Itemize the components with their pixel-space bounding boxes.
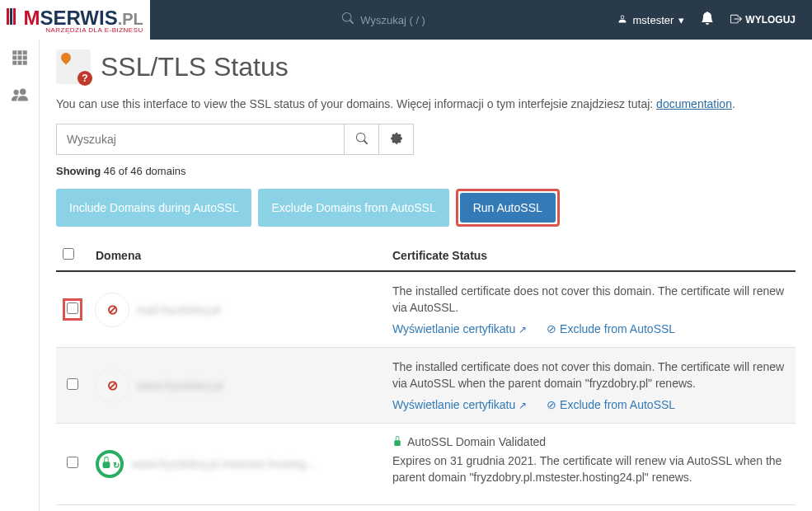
search-icon <box>342 12 354 27</box>
view-certificate-link[interactable]: Wyświetlanie certyfikatu ↗ <box>392 322 527 335</box>
left-sidebar <box>0 40 40 511</box>
row-checkbox[interactable] <box>67 378 78 390</box>
action-buttons: Include Domains during AutoSSL Exclude D… <box>56 189 796 227</box>
users-icon[interactable] <box>12 87 28 107</box>
domain-name[interactable]: mail.fryzdobry.pl <box>137 303 220 316</box>
row-checkbox[interactable] <box>67 302 78 314</box>
view-certificate-link[interactable]: Wyświetlanie certyfikatu ↗ <box>392 398 527 411</box>
search-bar <box>56 124 796 155</box>
svg-rect-0 <box>12 50 16 54</box>
svg-rect-7 <box>17 61 21 65</box>
logout-icon <box>730 13 742 27</box>
prohibit-icon: ⊘ <box>547 322 556 335</box>
run-autossl-button[interactable]: Run AutoSSL <box>460 193 556 223</box>
checkbox-highlight <box>63 298 82 321</box>
exclude-domains-button[interactable]: Exclude Domains from AutoSSL <box>258 189 448 227</box>
svg-rect-1 <box>17 50 21 54</box>
exclude-from-autossl-link[interactable]: ⊘ Exclude from AutoSSL <box>547 398 675 411</box>
search-button[interactable] <box>345 124 379 155</box>
settings-button[interactable] <box>379 124 414 155</box>
column-domain[interactable]: Domena <box>89 240 386 271</box>
svg-rect-2 <box>22 50 26 54</box>
run-autossl-highlight: Run AutoSSL <box>456 189 560 227</box>
grid-icon[interactable] <box>12 49 28 70</box>
header-search-placeholder: Wyszukaj ( / ) <box>360 14 425 26</box>
username-label: mstester <box>632 14 674 26</box>
header-search[interactable]: Wyszukaj ( / ) <box>150 12 618 27</box>
svg-rect-3 <box>12 56 16 60</box>
page-icon <box>56 49 91 84</box>
table-row: ⊘www.fryzdobry.plThe installed certifica… <box>56 348 796 424</box>
domain-name[interactable]: www.fryzdobry.pl.mstester.hosting... <box>132 457 315 471</box>
external-icon: ↗ <box>519 324 527 335</box>
row-checkbox[interactable] <box>67 457 78 468</box>
status-ok-icon: ↻ <box>96 450 124 478</box>
validated-label: AutoSSL Domain Validated <box>407 435 546 448</box>
logo[interactable]: MSERWIS.PL NARZĘDZIA DLA E-BIZNESU <box>0 0 150 40</box>
chevron-down-icon: ▾ <box>678 14 684 26</box>
lock-icon <box>392 435 402 448</box>
exclude-from-autossl-link[interactable]: ⊘ Exclude from AutoSSL <box>547 322 675 335</box>
column-status[interactable]: Certificate Status <box>386 240 796 271</box>
documentation-link[interactable]: documentation <box>656 97 732 110</box>
external-icon: ↗ <box>519 400 527 411</box>
page-title: SSL/TLS Status <box>101 52 289 82</box>
svg-rect-8 <box>22 61 26 65</box>
showing-text: Showing 46 of 46 domains <box>56 165 796 177</box>
search-input[interactable] <box>56 124 345 155</box>
domain-table: Domena Certificate Status ⊘mail.fryzdobr… <box>56 240 796 505</box>
include-domains-button[interactable]: Include Domains during AutoSSL <box>56 189 251 227</box>
table-row: ⊘mail.fryzdobry.plThe installed certific… <box>56 271 796 348</box>
header-right: mstester ▾ WYLOGUJ <box>617 12 812 28</box>
cert-status-text: The installed certificate does not cover… <box>392 359 789 391</box>
svg-rect-6 <box>12 61 16 65</box>
select-all-checkbox[interactable] <box>63 248 74 260</box>
main-content: SSL/TLS Status You can use this interfac… <box>40 40 812 511</box>
status-error-icon: ⊘ <box>96 293 129 326</box>
cert-status-text: The installed certificate does not cover… <box>392 284 789 316</box>
cert-status-text: Expires on 31 grudnia 2021. The certific… <box>392 453 789 485</box>
logout-button[interactable]: WYLOGUJ <box>730 13 796 27</box>
logout-label: WYLOGUJ <box>745 14 796 26</box>
svg-rect-5 <box>22 56 26 60</box>
svg-rect-4 <box>17 56 21 60</box>
bell-icon[interactable] <box>701 12 714 28</box>
status-error-icon: ⊘ <box>96 369 129 402</box>
user-menu[interactable]: mstester ▾ <box>617 14 684 26</box>
domain-name[interactable]: www.fryzdobry.pl <box>137 379 223 392</box>
top-header: MSERWIS.PL NARZĘDZIA DLA E-BIZNESU Wyszu… <box>0 0 812 40</box>
prohibit-icon: ⊘ <box>547 398 556 411</box>
table-row: ↻www.fryzdobry.pl.mstester.hosting...Aut… <box>56 424 796 504</box>
user-icon <box>617 14 627 26</box>
intro-text: You can use this interface to view the S… <box>56 97 796 110</box>
